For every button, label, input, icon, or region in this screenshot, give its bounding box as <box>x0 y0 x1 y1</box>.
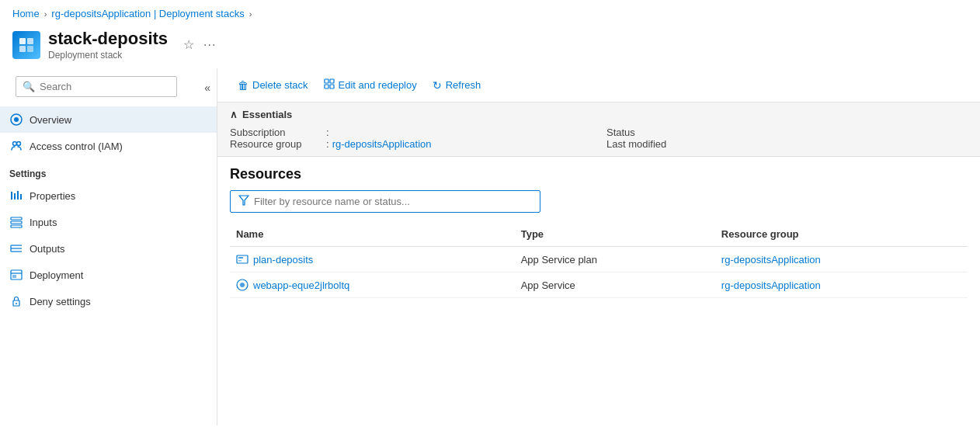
resource-name-cell: plan-deposits <box>230 247 515 273</box>
filter-icon <box>238 195 249 208</box>
collapse-button[interactable]: « <box>201 80 214 95</box>
main-layout: 🔍 « Overview <box>0 68 980 425</box>
sidebar-item-label-iam: Access control (IAM) <box>30 141 123 152</box>
sidebar-item-properties[interactable]: Properties <box>0 182 217 209</box>
sidebar-item-label-outputs: Outputs <box>30 243 65 255</box>
resource-type-cell: App Service <box>515 273 715 298</box>
sidebar-item-deployment[interactable]: Deployment <box>0 262 217 288</box>
resource-name-cell: webapp-eque2jlrboltq <box>230 273 515 298</box>
sidebar: 🔍 « Overview <box>0 68 217 425</box>
table-row: plan-depositsApp Service planrg-deposits… <box>230 247 968 273</box>
app-service-icon <box>236 279 248 291</box>
svg-point-7 <box>17 142 21 146</box>
sidebar-item-deny-settings[interactable]: Deny settings <box>0 288 217 314</box>
rg-label: Resource group <box>230 138 323 150</box>
svg-rect-30 <box>238 257 243 259</box>
essentials-collapse-icon: ∧ <box>230 109 238 120</box>
svg-rect-24 <box>325 79 328 83</box>
svg-rect-1 <box>27 38 33 44</box>
svg-rect-11 <box>20 194 22 200</box>
overview-icon <box>9 113 23 127</box>
essentials-section: ∧ Essentials Subscription : Resource gro… <box>217 102 980 157</box>
filter-input[interactable] <box>254 196 532 207</box>
svg-rect-25 <box>330 79 334 83</box>
resources-section: Resources Name Type Resource group <box>217 157 980 425</box>
breadcrumb-home[interactable]: Home <box>12 8 40 19</box>
app-service-plan-icon <box>236 253 248 266</box>
svg-rect-26 <box>325 85 328 89</box>
resources-title: Resources <box>230 166 968 182</box>
col-type: Type <box>515 224 715 247</box>
svg-rect-10 <box>17 191 19 200</box>
inputs-icon <box>9 215 23 229</box>
stack-icon <box>12 31 40 59</box>
resource-group-cell[interactable]: rg-depositsApplication <box>715 273 968 298</box>
title-block: stack-deposits Deployment stack <box>48 29 168 61</box>
delete-stack-label: Delete stack <box>252 79 308 91</box>
svg-rect-29 <box>237 255 248 263</box>
sidebar-item-label-deny: Deny settings <box>30 296 91 307</box>
essentials-header[interactable]: ∧ Essentials <box>230 109 968 120</box>
sidebar-item-overview[interactable]: Overview <box>0 106 217 133</box>
svg-rect-9 <box>14 193 16 200</box>
last-modified-label: Last modified <box>606 138 666 150</box>
deny-icon <box>9 294 23 308</box>
search-bar[interactable]: 🔍 <box>16 76 177 97</box>
svg-point-23 <box>16 303 17 304</box>
search-input[interactable] <box>40 81 170 92</box>
page-title: stack-deposits <box>48 29 168 49</box>
svg-point-33 <box>240 283 245 287</box>
search-icon: 🔍 <box>23 81 35 92</box>
deployment-icon <box>9 268 23 282</box>
sidebar-search-row: 🔍 « <box>0 71 217 103</box>
more-options-button[interactable]: ··· <box>202 36 217 54</box>
table-row: webapp-eque2jlrboltqApp Servicerg-deposi… <box>230 273 968 298</box>
filter-bar[interactable] <box>230 190 540 213</box>
breadcrumb: Home › rg-depositsApplication | Deployme… <box>0 0 980 24</box>
resource-type-cell: App Service plan <box>515 247 715 273</box>
essentials-rg-row: Resource group : rg-depositsApplication <box>230 138 591 150</box>
svg-rect-3 <box>27 46 33 52</box>
sidebar-item-inputs[interactable]: Inputs <box>0 209 217 235</box>
outputs-icon <box>9 241 23 255</box>
sidebar-item-label-properties: Properties <box>30 190 75 202</box>
favorite-button[interactable]: ☆ <box>182 36 196 54</box>
resource-name-link[interactable]: plan-deposits <box>253 254 313 266</box>
edit-redeploy-label: Edit and redeploy <box>339 79 417 91</box>
breadcrumb-sep-1: › <box>44 9 47 19</box>
resources-table: Name Type Resource group plan-depositsAp… <box>230 224 968 298</box>
essentials-title: Essentials <box>242 109 292 120</box>
svg-rect-27 <box>330 85 334 89</box>
settings-section-label: Settings <box>0 159 217 182</box>
svg-rect-21 <box>12 275 16 278</box>
properties-icon <box>9 189 23 203</box>
delete-stack-button[interactable]: 🗑 Delete stack <box>230 75 316 95</box>
rg-sep: : <box>326 138 329 150</box>
sidebar-item-label-inputs: Inputs <box>30 217 57 228</box>
edit-icon <box>324 78 335 92</box>
essentials-subscription-row: Subscription : <box>230 127 591 138</box>
content-area: 🗑 Delete stack Edit and redeploy ↻ Refre… <box>217 68 980 425</box>
essentials-modified-row: Last modified <box>606 138 968 150</box>
resource-name-link[interactable]: webapp-eque2jlrboltq <box>253 279 349 291</box>
page-header: stack-deposits Deployment stack ☆ ··· <box>0 24 980 68</box>
breadcrumb-rg[interactable]: rg-depositsApplication | Deployment stac… <box>51 8 244 19</box>
sidebar-item-iam[interactable]: Access control (IAM) <box>0 133 217 159</box>
edit-redeploy-button[interactable]: Edit and redeploy <box>316 75 425 95</box>
sidebar-item-label-deployment: Deployment <box>30 269 83 281</box>
resource-group-cell[interactable]: rg-depositsApplication <box>715 247 968 273</box>
essentials-status-row: Status <box>606 127 968 138</box>
toolbar: 🗑 Delete stack Edit and redeploy ↻ Refre… <box>217 68 980 102</box>
subscription-sep: : <box>326 127 329 138</box>
sidebar-item-outputs[interactable]: Outputs <box>0 235 217 262</box>
page-subtitle: Deployment stack <box>48 50 168 61</box>
rg-value[interactable]: rg-depositsApplication <box>332 138 432 150</box>
svg-rect-14 <box>11 225 22 227</box>
breadcrumb-sep-2: › <box>249 9 252 19</box>
header-actions: ☆ ··· <box>182 36 217 54</box>
refresh-button[interactable]: ↻ Refresh <box>425 75 489 95</box>
status-label: Status <box>606 127 635 138</box>
svg-point-5 <box>14 117 19 122</box>
svg-rect-8 <box>11 192 12 200</box>
col-name: Name <box>230 224 515 247</box>
